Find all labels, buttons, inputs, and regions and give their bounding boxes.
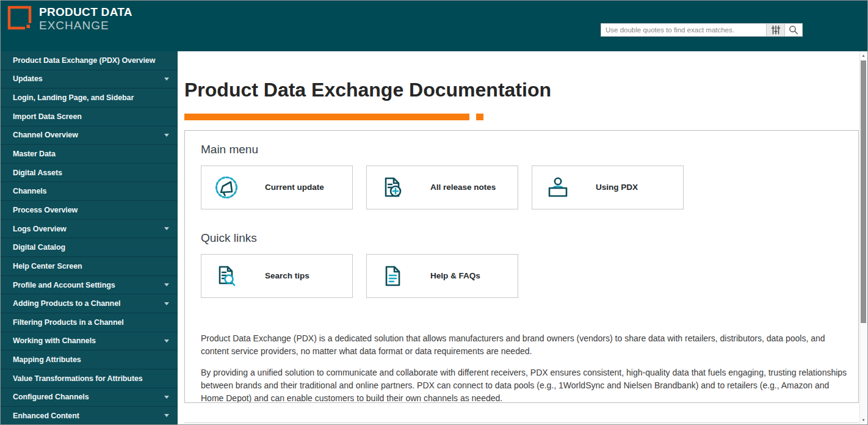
sidebar-item-label: Working with Channels [13,336,159,345]
megaphone-seal-icon [214,174,241,201]
sidebar-item-label: Product Data Exchange (PDX) Overview [13,56,169,65]
card-help-faqs[interactable]: Help & FAQs [366,254,518,298]
sidebar-item-label: Profile and Account Settings [13,281,159,289]
scrollbar-thumb[interactable] [861,60,866,323]
sidebar-item-working-with-channels[interactable]: Working with Channels [1,332,178,351]
logo-line1: PRODUCT DATA [39,5,132,19]
card-label: Current update [265,183,324,192]
sidebar-item-label: Channels [13,187,169,195]
sidebar-item-label: Help Center Screen [13,262,169,271]
sidebar-item-label: Enhanced Content [13,412,159,420]
sidebar-item-label: Master Data [13,150,169,158]
sidebar-item-profile-and-account-settings[interactable]: Profile and Account Settings [1,276,178,295]
card-row: Current update All release notes Using P… [201,165,850,209]
body-paragraph: By providing a unified solution to commu… [201,366,850,403]
search-bar [601,23,803,37]
sidebar-item-label: Login, Landing Page, and Sidebar [13,93,169,102]
app-window: PRODUCT DATA EXCHANGE [0,0,868,425]
next-section-divider [184,423,859,423]
sidebar-item-label: Process Overview [13,206,169,214]
card-all-release-notes[interactable]: All release notes [366,165,518,209]
card-label: Using PDX [596,183,638,192]
page-title: Product Data Exchange Documentation [184,79,860,101]
card-current-update[interactable]: Current update [201,165,353,209]
vertical-scrollbar[interactable]: ▲ ▼ [859,51,867,424]
sidebar-item-help-center-screen[interactable]: Help Center Screen [1,257,178,276]
section-heading-quick-links: Quick links [201,231,850,245]
filter-sliders-icon [770,24,781,35]
top-header: PRODUCT DATA EXCHANGE [1,1,867,51]
sidebar-item-label: Mapping Attributes [13,355,169,364]
search-button[interactable] [785,23,803,37]
sidebar-item-configured-channels[interactable]: Configured Channels [1,388,178,407]
sidebar-item-process-overview[interactable]: Process Overview [1,201,178,220]
sidebar-item-digital-catalog[interactable]: Digital Catalog [1,238,178,257]
sidebar-item-label: Filtering Products in a Channel [13,318,169,327]
section-heading-main-menu: Main menu [201,143,850,156]
sidebar-item-label: Adding Products to a Channel [13,299,159,308]
sidebar-item-label: Updates [13,74,159,83]
card-row: Search tips Help & FAQs [201,254,850,298]
search-filter-button[interactable] [766,23,785,37]
pdx-logo[interactable]: PRODUCT DATA EXCHANGE [7,5,132,32]
chevron-down-icon [164,227,169,230]
sidebar-item-channel-overview[interactable]: Channel Overview [1,126,178,145]
person-desk-icon [544,174,571,201]
title-accent-bar [184,114,860,120]
main-content: Product Data Exchange Documentation Main… [178,51,860,424]
chevron-down-icon [164,134,169,137]
sidebar-item-label: Configured Channels [13,393,159,401]
intro-paragraphs: Product Data Exchange (PDX) is a dedicat… [201,332,850,403]
content-panel: Main menu Current update All release not… [184,130,859,403]
sidebar-item-channels[interactable]: Channels [1,182,178,201]
chevron-down-icon [164,302,169,305]
menu-section: Main menu Current update All release not… [201,143,850,209]
menu-section: Quick links Search tips Help & FAQs [201,231,850,298]
sidebar-item-login-landing-page-and-sidebar[interactable]: Login, Landing Page, and Sidebar [1,89,178,107]
chevron-down-icon [164,78,169,81]
sidebar-item-logs-overview[interactable]: Logs Overview [1,220,178,239]
sidebar-item-filtering-products-in-a-channel[interactable]: Filtering Products in a Channel [1,313,178,332]
document-text-icon [379,263,406,289]
sidebar-item-master-data[interactable]: Master Data [1,145,178,164]
chevron-down-icon [164,414,169,417]
chevron-down-icon [164,283,169,286]
sidebar-item-import-data-screen[interactable]: Import Data Screen [1,107,178,126]
chevron-down-icon [164,396,169,399]
sidebar-item-adding-products-to-a-channel[interactable]: Adding Products to a Channel [1,294,178,313]
sidebar-item-mapping-attributes[interactable]: Mapping Attributes [1,351,178,369]
sidebar-item-label: Digital Catalog [13,243,169,252]
scrollbar-up-arrow[interactable]: ▲ [860,51,867,59]
card-label: Help & FAQs [430,271,480,280]
search-icon [789,25,798,35]
document-add-icon [379,174,406,201]
sidebar-item-label: Logs Overview [13,225,159,233]
sidebar-item-digital-assets[interactable]: Digital Assets [1,164,178,183]
sidebar-item-label: Channel Overview [13,131,159,139]
search-input[interactable] [601,23,766,37]
scrollbar-down-arrow[interactable]: ▼ [860,416,867,424]
card-using-pdx[interactable]: Using PDX [532,165,684,209]
sidebar-item-label: Import Data Screen [13,112,169,121]
sidebar-nav: Product Data Exchange (PDX) Overview Upd… [1,51,178,424]
chevron-down-icon [164,340,169,343]
card-label: All release notes [430,183,496,192]
sidebar-item-product-data-exchange-pdx-overview[interactable]: Product Data Exchange (PDX) Overview [1,51,178,70]
sidebar-item-label: Digital Assets [13,169,169,177]
logo-text: PRODUCT DATA EXCHANGE [39,5,132,32]
sidebar-item-enhanced-content[interactable]: Enhanced Content [1,407,178,424]
body-paragraph: Product Data Exchange (PDX) is a dedicat… [201,332,850,358]
accent-bar-dot [476,114,483,120]
accent-bar-long [184,114,469,120]
card-label: Search tips [265,271,309,280]
logo-line2: EXCHANGE [39,19,132,32]
sidebar-item-updates[interactable]: Updates [1,70,178,89]
sidebar-item-value-transformations-for-attributes[interactable]: Value Transformations for Attributes [1,369,178,388]
sidebar-item-label: Value Transformations for Attributes [13,374,169,383]
pdx-logo-icon [7,5,33,31]
card-search-tips[interactable]: Search tips [201,254,353,298]
document-search-icon [214,263,241,289]
